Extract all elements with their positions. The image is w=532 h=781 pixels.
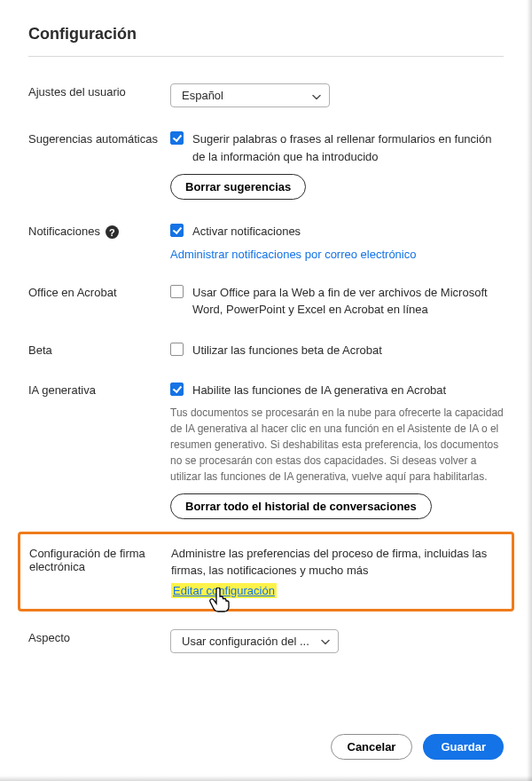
auto-suggest-checkbox[interactable] bbox=[170, 131, 184, 145]
notifications-label: Notificaciones ? bbox=[28, 223, 170, 239]
enable-notifications-text: Activar notificaciones bbox=[192, 223, 301, 241]
office-checkbox[interactable] bbox=[170, 285, 184, 298]
appearance-select[interactable]: Usar configuración del ... bbox=[170, 629, 339, 653]
divider bbox=[28, 56, 504, 57]
genai-text: Habilite las funciones de IA generativa … bbox=[192, 382, 446, 399]
esign-highlight-box: Configuración de firma electrónica Admin… bbox=[18, 532, 514, 611]
save-button[interactable]: Guardar bbox=[423, 734, 504, 760]
language-select[interactable]: Español bbox=[170, 83, 330, 107]
beta-label: Beta bbox=[28, 342, 170, 357]
auto-suggest-text: Sugerir palabras o frases al rellenar fo… bbox=[192, 130, 504, 165]
user-settings-label: Ajustes del usuario bbox=[28, 83, 170, 99]
shadow-bottom bbox=[0, 776, 532, 781]
appearance-label: Aspecto bbox=[28, 629, 170, 644]
clear-suggestions-button[interactable]: Borrar sugerencias bbox=[170, 174, 306, 200]
edit-esign-link[interactable]: Editar configuración bbox=[171, 583, 277, 598]
help-icon[interactable]: ? bbox=[106, 225, 119, 239]
office-label: Office en Acrobat bbox=[28, 284, 170, 299]
genai-label: IA generativa bbox=[28, 382, 170, 397]
esign-label: Configuración de firma electrónica bbox=[29, 545, 171, 573]
genai-description: Tus documentos se procesarán en la nube … bbox=[170, 405, 504, 485]
beta-text: Utilizar las funciones beta de Acrobat bbox=[192, 342, 382, 359]
genai-checkbox[interactable] bbox=[170, 383, 184, 396]
cancel-button[interactable]: Cancelar bbox=[331, 734, 413, 760]
beta-checkbox[interactable] bbox=[170, 343, 184, 356]
clear-conversations-button[interactable]: Borrar todo el historial de conversacion… bbox=[170, 493, 432, 519]
page-title: Configuración bbox=[28, 25, 504, 43]
auto-suggest-label: Sugerencias automáticas bbox=[28, 130, 170, 146]
enable-notifications-checkbox[interactable] bbox=[170, 224, 184, 237]
manage-notifications-link[interactable]: Administrar notificaciones por correo el… bbox=[170, 248, 416, 261]
office-text: Usar Office para la Web a fin de ver arc… bbox=[192, 284, 504, 319]
esign-description: Administre las preferencias del proceso … bbox=[171, 545, 503, 580]
dialog-footer: Cancelar Guardar bbox=[331, 734, 505, 760]
notifications-label-text: Notificaciones bbox=[28, 225, 100, 238]
